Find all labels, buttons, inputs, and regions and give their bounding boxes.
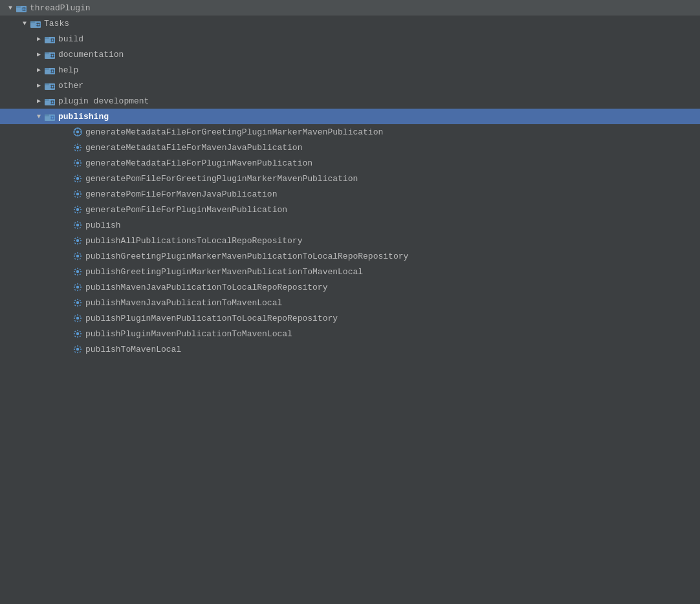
publishing-label: publishing xyxy=(58,112,109,122)
svg-rect-9 xyxy=(30,21,35,23)
tree-item-threadPlugin[interactable]: threadPlugin xyxy=(0,0,700,16)
chevron-icon xyxy=(34,65,44,75)
svg-rect-13 xyxy=(38,27,39,28)
gear-icon xyxy=(72,189,83,199)
gear-icon xyxy=(72,266,83,277)
svg-rect-148 xyxy=(77,274,78,275)
tree-item-tasks[interactable]: Tasks xyxy=(0,16,700,31)
chevron-icon xyxy=(34,49,44,59)
svg-rect-57 xyxy=(45,114,49,116)
svg-rect-22 xyxy=(50,39,52,41)
svg-rect-194 xyxy=(74,349,75,349)
publishPluginMavenPublicationToMavenLocal-label: publishPluginMavenPublicationToMavenLoca… xyxy=(85,329,292,339)
svg-rect-23 xyxy=(54,39,55,41)
tree-item-generatePomFileForMavenJavaPublication[interactable]: generatePomFileForMavenJavaPublication xyxy=(0,186,700,202)
tree-item-publishGreetingPluginMarkerMavenPublicationToLocalRepoRepository[interactable]: publishGreetingPluginMarkerMavenPublicat… xyxy=(0,248,700,264)
svg-point-43 xyxy=(52,86,54,88)
svg-point-119 xyxy=(76,224,79,226)
tree-item-publishAllPublicationsToLocalRepoRepository[interactable]: publishAllPublicationsToLocalRepoReposit… xyxy=(0,233,700,248)
svg-rect-156 xyxy=(77,283,78,285)
tree-item-publishPluginMavenPublicationToLocalRepoRepository[interactable]: publishPluginMavenPublicationToLocalRepo… xyxy=(0,310,700,326)
tree-item-generateMetadataFileForMavenJavaPublication[interactable]: generateMetadataFileForMavenJavaPublicat… xyxy=(0,140,700,155)
svg-point-110 xyxy=(76,208,79,211)
svg-rect-107 xyxy=(80,191,82,193)
svg-rect-178 xyxy=(74,315,76,317)
tree-item-generatePomFileForPluginMavenPublication[interactable]: generatePomFileForPluginMavenPublication xyxy=(0,202,700,217)
build-label: build xyxy=(58,34,83,44)
tree-item-other[interactable]: other xyxy=(0,78,700,93)
tree-item-publishing[interactable]: publishing xyxy=(0,109,700,124)
tree-item-publishMavenJavaPublicationToLocalRepoRepository[interactable]: publishMavenJavaPublicationToLocalRepoRe… xyxy=(0,279,700,295)
svg-rect-86 xyxy=(74,162,75,163)
chevron-icon xyxy=(34,111,44,122)
chevron-icon xyxy=(5,3,16,13)
svg-rect-30 xyxy=(50,55,52,56)
tree-item-build[interactable]: build xyxy=(0,31,700,47)
svg-rect-6 xyxy=(22,8,23,10)
svg-rect-12 xyxy=(38,22,39,23)
tree-item-publish[interactable]: publish xyxy=(0,217,700,233)
generatePomFileForMavenJavaPublication-label: generatePomFileForMavenJavaPublication xyxy=(85,189,277,199)
help-folder-icon xyxy=(44,65,56,75)
svg-rect-82 xyxy=(80,149,82,151)
svg-rect-147 xyxy=(77,268,78,269)
svg-rect-157 xyxy=(77,290,78,291)
svg-point-164 xyxy=(76,301,79,304)
tree-item-publishMavenJavaPublicationToMavenLocal[interactable]: publishMavenJavaPublicationToMavenLocal xyxy=(0,295,700,310)
svg-rect-190 xyxy=(80,336,82,338)
tree-item-publishPluginMavenPublicationToMavenLocal[interactable]: publishPluginMavenPublicationToMavenLoca… xyxy=(0,326,700,341)
tree-item-publishGreetingPluginMarkerMavenPublicationToMavenLocal[interactable]: publishGreetingPluginMarkerMavenPublicat… xyxy=(0,264,700,279)
plugin-development-label: plugin development xyxy=(58,96,149,106)
svg-rect-117 xyxy=(74,211,76,213)
svg-rect-115 xyxy=(74,206,76,208)
svg-rect-189 xyxy=(74,336,76,338)
svg-rect-174 xyxy=(77,314,78,316)
svg-rect-54 xyxy=(50,102,52,103)
svg-rect-109 xyxy=(80,196,82,198)
svg-rect-85 xyxy=(77,166,78,167)
svg-rect-187 xyxy=(74,330,76,332)
svg-point-65 xyxy=(76,131,79,133)
svg-point-3 xyxy=(23,8,25,10)
svg-rect-122 xyxy=(74,224,75,225)
svg-rect-4 xyxy=(23,6,25,8)
svg-rect-160 xyxy=(74,284,76,286)
svg-rect-66 xyxy=(77,128,78,129)
svg-rect-100 xyxy=(80,180,82,182)
publishMavenJavaPublicationToLocalRepoRepository-label: publishMavenJavaPublicationToLocalRepoRe… xyxy=(85,283,327,292)
svg-rect-89 xyxy=(80,160,82,162)
svg-rect-134 xyxy=(80,237,82,239)
svg-rect-68 xyxy=(74,131,75,132)
svg-rect-114 xyxy=(80,209,82,210)
svg-rect-79 xyxy=(74,144,76,146)
svg-rect-41 xyxy=(45,83,49,85)
tree-item-generatePomFileForGreetingPluginMarkerMavenPublication[interactable]: generatePomFileForGreetingPluginMarkerMa… xyxy=(0,171,700,186)
svg-rect-63 xyxy=(54,117,55,118)
generatePomFileForPluginMavenPublication-label: generatePomFileForPluginMavenPublication xyxy=(85,205,287,215)
svg-rect-87 xyxy=(80,162,82,163)
tree-item-help[interactable]: help xyxy=(0,62,700,78)
svg-rect-135 xyxy=(74,243,76,244)
svg-rect-142 xyxy=(74,253,76,255)
svg-rect-180 xyxy=(74,320,76,322)
svg-point-35 xyxy=(52,70,54,72)
gear-icon xyxy=(72,344,83,354)
svg-rect-33 xyxy=(45,68,49,70)
tree-item-publishToMavenLocal[interactable]: publishToMavenLocal xyxy=(0,341,700,357)
svg-rect-62 xyxy=(50,117,52,118)
svg-rect-118 xyxy=(80,211,82,213)
svg-rect-158 xyxy=(74,286,75,287)
svg-rect-99 xyxy=(74,180,76,182)
svg-rect-150 xyxy=(80,271,82,272)
svg-rect-167 xyxy=(74,302,75,303)
svg-rect-39 xyxy=(54,70,55,72)
chevron-icon xyxy=(19,18,30,28)
chevron-icon xyxy=(34,96,44,106)
svg-rect-108 xyxy=(74,196,76,198)
tree-item-documentation[interactable]: documentation xyxy=(0,47,700,62)
tree-item-generateMetadataFileForGreetingPluginMarkerMavenPublication[interactable]: generateMetadataFileForGreetingPluginMar… xyxy=(0,124,700,140)
build-folder-icon xyxy=(44,34,56,44)
tree-item-plugin-development[interactable]: plugin development xyxy=(0,93,700,109)
tree-item-generateMetadataFileForPluginMavenPublication[interactable]: generateMetadataFileForPluginMavenPublic… xyxy=(0,155,700,171)
svg-rect-177 xyxy=(80,318,82,318)
